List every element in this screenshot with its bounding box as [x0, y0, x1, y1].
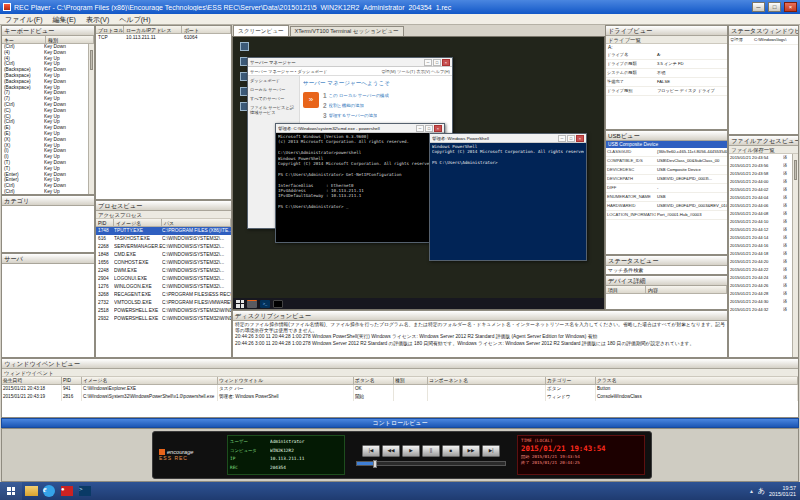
server-manager-taskbar-icon[interactable] — [247, 300, 257, 308]
quick-start-step[interactable]: 1 この ローカル サーバーの構成 — [323, 92, 389, 99]
minimize-icon[interactable]: ─ — [558, 135, 566, 142]
quick-start-step[interactable]: 3 管理するサーバーの追加 — [323, 112, 389, 119]
process-row[interactable]: 1276 WINLOGON.EXE C:\WINDOWS\SYSTEM32\..… — [96, 283, 231, 291]
transport-button[interactable]: |◀ — [362, 445, 380, 457]
menu-item[interactable]: ファイル(F) — [0, 14, 48, 25]
tab-screen-view[interactable]: スクリーンビュー — [233, 25, 289, 36]
transport-button[interactable]: ◀◀ — [382, 445, 400, 457]
process-row[interactable]: 2268 SERVERMANAGER.EXE C:\WINDOWS\SYSTEM… — [96, 243, 231, 251]
column-header[interactable]: 発生日時 — [2, 377, 62, 384]
step-link[interactable]: 役割と機能の追加 — [329, 103, 364, 108]
breadcrumb[interactable]: サーバー マネージャー • ダッシュボード — [250, 69, 381, 74]
transport-button[interactable]: ■ — [442, 445, 460, 457]
sidebar-item[interactable]: ファイル サービスと記憶域サービス — [248, 103, 299, 117]
maximize-button[interactable]: □ — [768, 2, 781, 12]
ime-indicator[interactable]: あ — [758, 486, 765, 496]
minimize-icon[interactable]: ─ — [424, 59, 432, 66]
tray-expand-icon[interactable]: ▲ — [749, 488, 754, 494]
process-row[interactable]: 2904 LOGONUI.EXE C:\WINDOWS\SYSTEM32\... — [96, 275, 231, 283]
maximize-icon[interactable]: □ — [425, 125, 433, 132]
file-access-row[interactable]: 2015/01/21 20:44:12 済 — [729, 226, 792, 234]
file-access-row[interactable]: 2015/01/21 20:43:56 済 — [729, 162, 792, 170]
column-header[interactable]: PID — [62, 377, 82, 384]
file-access-row[interactable]: 2015/01/21 20:44:26 済 — [729, 282, 792, 290]
maximize-icon[interactable]: □ — [433, 59, 441, 66]
sidebar-item[interactable]: すべてのサーバー — [248, 94, 299, 103]
close-button[interactable]: × — [784, 2, 797, 12]
scrollbar-thumb[interactable] — [90, 50, 93, 70]
menu-item[interactable]: ヘルプ(H) — [114, 14, 155, 25]
keyboard-event-row[interactable]: (Ctrl) Key Up — [2, 189, 88, 195]
start-button-icon[interactable] — [236, 300, 244, 308]
step-link[interactable]: 管理するサーバーの追加 — [329, 113, 378, 118]
process-row[interactable]: 2732 VMTOOLSD.EXE C:\PROGRAM FILES\VMWAR… — [96, 299, 231, 307]
network-row[interactable]: TCP 10.113.211.11 61064 — [96, 34, 231, 41]
tab-terminal-view[interactable]: XTerm/VT100 Terminal セッションビュー — [290, 26, 404, 36]
cmd-titlebar[interactable]: 管理者: C:\Windows\system32\cmd.exe - power… — [276, 124, 444, 133]
process-row[interactable]: 3268 RECAGENT.EXE C:\PROGRAM FILES\ESS R… — [96, 291, 231, 299]
process-row[interactable]: 1848 CMD.EXE C:\WINDOWS\SYSTEM32\... — [96, 251, 231, 259]
file-access-row[interactable]: 2015/01/21 20:44:10 済 — [729, 218, 792, 226]
file-access-row[interactable]: 2015/01/21 20:44:02 済 — [729, 186, 792, 194]
process-row[interactable]: 2518 POWERSHELL.EXE C:\WINDOWS\SYSTEM32\… — [96, 307, 231, 315]
desktop-icon[interactable] — [240, 42, 249, 51]
column-local-ip[interactable]: ローカルIPアドレス — [124, 26, 182, 33]
usb-device-item[interactable]: USB Composite Device — [606, 141, 727, 148]
transport-button[interactable]: ▶| — [482, 445, 500, 457]
menu-item[interactable]: 編集(E) — [48, 14, 81, 25]
match-search-label[interactable]: マッチ条件検索 — [606, 266, 727, 275]
column-header[interactable]: 種別 — [394, 377, 428, 384]
column-port[interactable]: ポート — [182, 26, 231, 33]
column-type[interactable]: 種別 — [46, 36, 94, 43]
drive-item[interactable]: A: — [606, 44, 727, 51]
powershell-titlebar[interactable]: 管理者: Windows PowerShell ─ □ × — [430, 134, 586, 143]
close-icon[interactable]: × — [442, 59, 450, 66]
process-row[interactable]: 616 TASKHOST.EXE C:\WINDOWS\SYSTEM32\... — [96, 235, 231, 243]
server-manager-menu[interactable]: 管理(M) ツール(T) 表示(V) ヘルプ(H) — [381, 69, 450, 74]
scrollbar-thumb[interactable] — [794, 160, 797, 180]
column-header[interactable]: クラス名 — [596, 377, 798, 384]
transport-button[interactable]: ▶▶ — [462, 445, 480, 457]
seek-slider-thumb[interactable] — [373, 460, 377, 468]
clock[interactable]: 19:57 2015/01/21 — [769, 485, 796, 498]
rec-player-taskbar-icon[interactable]: ● — [59, 485, 75, 498]
file-access-row[interactable]: 2015/01/21 20:44:08 済 — [729, 210, 792, 218]
file-access-row[interactable]: 2015/01/21 20:44:14 済 — [729, 234, 792, 242]
column-header[interactable]: カテゴリー — [546, 377, 596, 384]
file-access-row[interactable]: 2015/01/21 20:44:06 済 — [729, 202, 792, 210]
file-access-row[interactable]: 2015/01/21 20:44:04 済 — [729, 194, 792, 202]
column-protocol[interactable]: プロトコル — [96, 26, 124, 33]
minimize-button[interactable]: ─ — [752, 2, 765, 12]
column-pid[interactable]: PID — [96, 219, 114, 226]
process-row[interactable]: 1656 CONHOST.EXE C:\WINDOWS\SYSTEM32\... — [96, 259, 231, 267]
cmd-taskbar-icon[interactable] — [273, 300, 283, 308]
file-access-row[interactable]: 2015/01/21 20:44:32 済 — [729, 306, 792, 314]
column-item[interactable]: 項目 — [606, 286, 646, 293]
column-image[interactable]: イメージ名 — [114, 219, 162, 226]
sidebar-item[interactable]: ローカル サーバー — [248, 85, 299, 94]
process-row[interactable]: 1748 TPUTTY.EXE C:\PROGRAM FILES (X86)\T… — [96, 227, 231, 235]
server-manager-titlebar[interactable]: サーバー マネージャー ─ □ × — [248, 58, 452, 67]
start-button[interactable] — [0, 482, 22, 500]
column-header[interactable]: イメージ名 — [82, 377, 218, 384]
menu-item[interactable]: 表示(V) — [81, 14, 114, 25]
close-icon[interactable]: × — [434, 125, 442, 132]
file-access-row[interactable]: 2015/01/21 20:43:54 済 — [729, 154, 792, 162]
column-path[interactable]: パス — [162, 219, 231, 226]
scrollbar[interactable] — [792, 154, 798, 357]
column-header[interactable]: ウィンドウタイトル — [218, 377, 354, 384]
sidebar-item[interactable]: ダッシュボード — [248, 76, 299, 85]
powershell-taskbar-icon[interactable]: > — [77, 485, 93, 498]
file-access-row[interactable]: 2015/01/21 20:44:20 済 — [729, 258, 792, 266]
close-icon[interactable]: × — [576, 135, 584, 142]
file-access-row[interactable]: 2015/01/21 20:44:30 済 — [729, 298, 792, 306]
file-access-row[interactable]: 2015/01/21 20:43:58 済 — [729, 170, 792, 178]
maximize-icon[interactable]: □ — [567, 135, 575, 142]
ie-taskbar-icon[interactable]: e — [41, 485, 57, 498]
minimize-icon[interactable]: ─ — [416, 125, 424, 132]
quick-start-step[interactable]: 2 役割と機能の追加 — [323, 102, 389, 109]
file-access-row[interactable]: 2015/01/21 20:44:16 済 — [729, 242, 792, 250]
column-content[interactable]: 内容 — [646, 286, 727, 293]
event-row[interactable]: 2015/01/21 20:43:18 941 C:\Windows\Explo… — [2, 385, 798, 393]
scrollbar[interactable] — [88, 44, 94, 194]
